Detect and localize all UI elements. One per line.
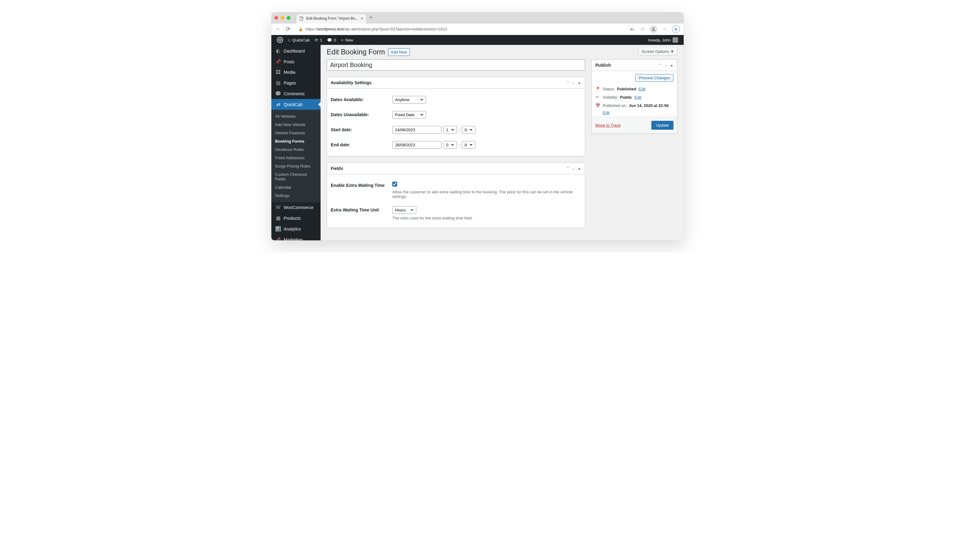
sidebar-item-quickcab[interactable]: ⇄ QuickCab bbox=[271, 99, 321, 110]
post-title-input[interactable] bbox=[327, 59, 585, 71]
preview-changes-button[interactable]: Preview Changes bbox=[635, 74, 673, 82]
start-date-label: Start date: bbox=[331, 126, 392, 132]
menu-icon: 🖼 bbox=[275, 69, 281, 75]
move-down-icon[interactable]: ⌄ bbox=[664, 63, 667, 67]
dates-unavailable-label: Dates Unavailable: bbox=[331, 111, 392, 117]
profile-button[interactable] bbox=[650, 25, 657, 33]
end-date-input[interactable] bbox=[392, 141, 441, 149]
minimize-window-button[interactable] bbox=[280, 16, 284, 20]
new-tab-button[interactable]: + bbox=[367, 14, 375, 21]
menu-icon: 📌 bbox=[275, 59, 281, 64]
sidebar-item-marketing[interactable]: 📣Marketing bbox=[271, 234, 321, 240]
url-text: https://wordpress.test/wp-admin/post.php… bbox=[305, 27, 447, 31]
sidebar-item-label: Analytics bbox=[284, 226, 301, 231]
favorite-icon[interactable]: ☆ bbox=[639, 26, 645, 32]
close-tab-button[interactable]: × bbox=[361, 16, 363, 21]
browser-tabbar: Edit Booking Form "Airport Bo... × + bbox=[271, 12, 684, 23]
sidebar-item-media[interactable]: 🖼Media bbox=[271, 67, 321, 78]
menu-icon: ◐ bbox=[275, 48, 281, 54]
submenu-item-settings[interactable]: Settings bbox=[271, 192, 321, 200]
updates-link[interactable]: ⟳ 1 bbox=[312, 35, 325, 45]
sidebar-item-posts[interactable]: 📌Posts bbox=[271, 56, 321, 67]
publish-metabox: Publish ⌃ ⌄ ▲ Preview Changes 📍 Status: … bbox=[591, 59, 678, 134]
back-button[interactable]: ← bbox=[275, 26, 281, 32]
account-link[interactable]: Howdy, John bbox=[645, 37, 681, 43]
move-up-icon[interactable]: ⌃ bbox=[567, 81, 570, 85]
extra-wait-label: Enable Extra Waiting Time bbox=[331, 182, 392, 188]
sidebar-item-analytics[interactable]: 📊Analytics bbox=[271, 223, 321, 234]
dates-available-select[interactable]: Anytime bbox=[392, 96, 426, 104]
pin-icon: 📍 bbox=[595, 87, 601, 91]
sidebar-item-label: Pages bbox=[284, 81, 296, 86]
submenu-item-add-new-vehicle[interactable]: Add New Vehicle bbox=[271, 120, 321, 129]
extra-wait-unit-select[interactable]: Hours bbox=[392, 206, 416, 214]
sidebar-item-label: Marketing bbox=[284, 237, 302, 241]
move-down-icon[interactable]: ⌄ bbox=[572, 166, 575, 171]
move-up-icon[interactable]: ⌃ bbox=[567, 166, 570, 171]
eye-icon: 👁 bbox=[595, 95, 601, 100]
comments-link[interactable]: 💬 0 bbox=[325, 35, 338, 45]
published-value: Jun 14, 2020 at 22:56 bbox=[629, 103, 668, 108]
submenu-item-fixed-addresses[interactable]: Fixed Addresses bbox=[271, 154, 321, 162]
submenu-item-all-vehicles[interactable]: All Vehicles bbox=[271, 112, 321, 120]
sidebar-item-comments[interactable]: 💬Comments bbox=[271, 88, 321, 99]
submenu-item-custom-checkout-fields[interactable]: Custom Checkout Fields bbox=[271, 170, 321, 183]
sidebar-item-label: Posts bbox=[284, 59, 294, 64]
bing-icon[interactable]: b bbox=[672, 25, 680, 33]
site-name-link[interactable]: ⌂ QuickCab bbox=[285, 35, 312, 45]
browser-tab[interactable]: Edit Booking Form "Airport Bo... × bbox=[296, 14, 367, 23]
extra-wait-unit-desc: The units used for the extra waiting tim… bbox=[392, 216, 581, 220]
edit-date-link[interactable]: Edit bbox=[603, 110, 673, 115]
submenu-item-booking-forms[interactable]: Booking Forms bbox=[271, 137, 321, 145]
toggle-icon[interactable]: ▲ bbox=[578, 81, 581, 85]
submenu-item-vehicle-features[interactable]: Vehicle Features bbox=[271, 129, 321, 137]
move-down-icon[interactable]: ⌄ bbox=[572, 81, 575, 85]
lock-icon: 🔒 bbox=[299, 27, 303, 31]
toggle-icon[interactable]: ▲ bbox=[670, 63, 673, 67]
start-min-select[interactable]: 00 bbox=[462, 126, 475, 134]
end-min-select[interactable]: 00 bbox=[462, 141, 475, 149]
wp-logo[interactable]: W bbox=[274, 35, 285, 45]
metabox-title: Publish bbox=[595, 63, 656, 68]
menu-icon: 💬 bbox=[275, 90, 281, 97]
start-hour-select[interactable]: 17 bbox=[443, 126, 457, 134]
submenu-item-geofence-rules[interactable]: Geofence Rules bbox=[271, 145, 321, 154]
move-up-icon[interactable]: ⌃ bbox=[659, 63, 662, 67]
sidebar-item-label: Dashboard bbox=[284, 48, 305, 53]
close-window-button[interactable] bbox=[274, 16, 278, 20]
time-separator: : bbox=[459, 128, 460, 133]
edit-status-link[interactable]: Edit bbox=[639, 87, 645, 91]
extra-wait-checkbox[interactable] bbox=[392, 182, 397, 187]
sidebar-item-pages[interactable]: ▤Pages bbox=[271, 78, 321, 88]
end-hour-select[interactable]: 08 bbox=[443, 141, 457, 149]
reload-button[interactable]: ⟳ bbox=[285, 26, 291, 33]
submenu-item-surge-pricing-rules[interactable]: Surge Pricing Rules bbox=[271, 162, 321, 170]
more-icon[interactable]: ⋯ bbox=[661, 26, 668, 32]
toggle-icon[interactable]: ▲ bbox=[578, 166, 581, 171]
add-new-button[interactable]: Add New bbox=[388, 48, 410, 56]
screen-options-button[interactable]: Screen Options ▼ bbox=[638, 48, 678, 55]
page-icon bbox=[299, 16, 304, 20]
read-aloud-icon[interactable]: A)) bbox=[629, 26, 635, 32]
update-button[interactable]: Update bbox=[651, 121, 673, 130]
start-date-input[interactable] bbox=[392, 126, 441, 134]
sidebar-item-label: Products bbox=[284, 216, 301, 221]
published-label: Published on: bbox=[603, 103, 627, 108]
new-content-link[interactable]: + New bbox=[338, 35, 356, 45]
time-separator: : bbox=[459, 143, 460, 148]
page-title: Edit Booking Form bbox=[327, 48, 385, 56]
menu-icon: ▤ bbox=[275, 80, 281, 86]
move-to-trash-link[interactable]: Move to Trash bbox=[595, 123, 621, 128]
sidebar-item-products[interactable]: ▦Products bbox=[271, 213, 321, 223]
address-bar[interactable]: 🔒 https://wordpress.test/wp-admin/post.p… bbox=[295, 25, 625, 33]
sidebar-item-label: QuickCab bbox=[284, 102, 302, 107]
sidebar-item-label: Comments bbox=[284, 91, 305, 96]
dates-unavailable-select[interactable]: Fixed Date bbox=[392, 111, 426, 119]
visibility-label: Visibility: bbox=[603, 95, 618, 100]
sidebar-item-dashboard[interactable]: ◐Dashboard bbox=[271, 45, 321, 56]
maximize-window-button[interactable] bbox=[287, 16, 290, 20]
calendar-icon: 📅 bbox=[595, 103, 601, 108]
edit-visibility-link[interactable]: Edit bbox=[634, 95, 641, 100]
submenu-item-calendar[interactable]: Calendar bbox=[271, 183, 321, 192]
sidebar-item-woocommerce[interactable]: WWooCommerce bbox=[271, 202, 321, 213]
